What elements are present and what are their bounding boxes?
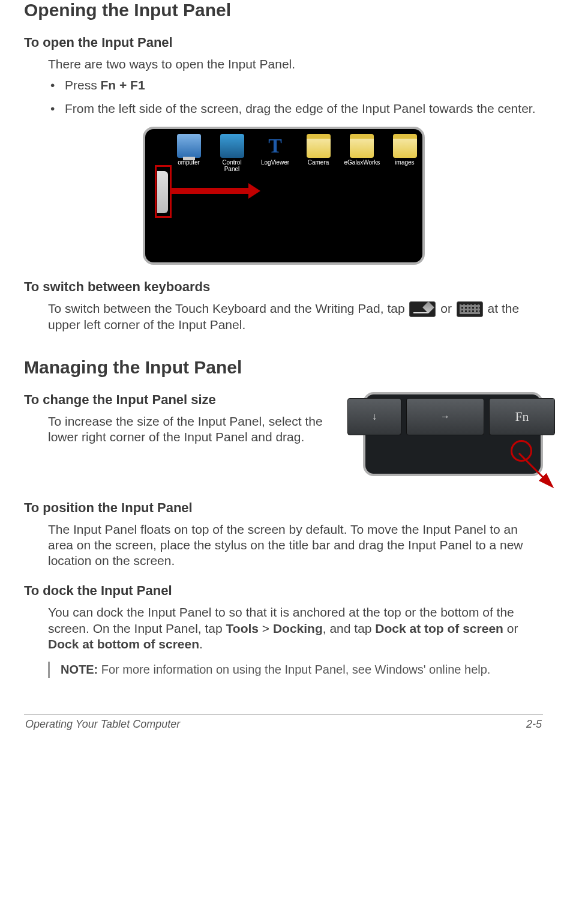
- desktop-icon-control-panel: Control Panel: [215, 134, 250, 172]
- arrow-diagonal-icon: [517, 451, 559, 495]
- desktop-icon-images: images: [388, 134, 422, 172]
- figure-drag-edge: omputer Control Panel TLogViewer Camera …: [143, 127, 425, 265]
- dock-seg3: , and tap: [323, 621, 376, 635]
- subheading-switch: To switch between keyboards: [24, 279, 543, 295]
- footer-left: Operating Your Tablet Computer: [25, 718, 180, 731]
- position-text: The Input Panel floats on top of the scr…: [48, 522, 543, 569]
- subheading-dock: To dock the Input Panel: [24, 583, 543, 599]
- note-block: NOTE: For more information on using the …: [48, 662, 543, 678]
- open-bullet-2-text: From the left side of the screen, drag t…: [65, 101, 535, 115]
- writing-pad-icon: [409, 301, 436, 317]
- key-fn: Fn: [489, 398, 555, 435]
- dock-b3: Dock at top of screen: [375, 621, 503, 635]
- switch-text: To switch between the Touch Keyboard and…: [48, 301, 543, 333]
- dock-seg5: .: [199, 637, 203, 651]
- switch-line-a: To switch between the Touch Keyboard and…: [48, 301, 408, 315]
- footer-rule: [24, 714, 543, 714]
- desktop-icon-egalaxworks: eGalaxWorks: [344, 134, 379, 172]
- dock-b4: Dock at bottom of screen: [48, 637, 199, 651]
- open-bullet-1: Press Fn + F1: [48, 77, 543, 94]
- dock-b1: Tools: [226, 621, 259, 635]
- footer-right: 2-5: [526, 718, 542, 731]
- switch-or: or: [437, 301, 455, 315]
- dock-text: You can dock the Input Panel to so that …: [48, 605, 543, 652]
- desktop-icon-computer: omputer: [172, 134, 206, 172]
- figure-resize-corner: ↓ → Fn: [363, 392, 543, 476]
- section-heading-managing: Managing the Input Panel: [24, 357, 543, 378]
- dock-b2: Docking: [273, 621, 323, 635]
- open-bullet-1-bold: Fn + F1: [101, 78, 145, 92]
- note-label: NOTE:: [61, 663, 98, 676]
- dock-seg4: or: [503, 621, 518, 635]
- size-text: To increase the size of the Input Panel,…: [48, 414, 360, 445]
- svg-line-0: [519, 453, 550, 485]
- section-heading-opening: Opening the Input Panel: [24, 0, 543, 20]
- open-bullet-2: From the left side of the screen, drag t…: [48, 100, 543, 117]
- open-bullet-list: Press Fn + F1 From the left side of the …: [48, 77, 543, 117]
- desktop-icon-logviewer: TLogViewer: [258, 134, 293, 172]
- note-text: For more information on using the Input …: [98, 663, 490, 676]
- subheading-position: To position the Input Panel: [24, 500, 543, 516]
- highlight-box-icon: [155, 165, 172, 218]
- dock-seg2: >: [259, 621, 273, 635]
- open-bullet-1-prefix: Press: [65, 78, 101, 92]
- keyboard-icon: [457, 301, 483, 317]
- desktop-icon-camera: Camera: [301, 134, 336, 172]
- key-right: →: [406, 398, 484, 435]
- key-down: ↓: [347, 398, 401, 435]
- open-intro: There are two ways to open the Input Pan…: [48, 56, 543, 72]
- arrow-right-icon: [172, 188, 250, 194]
- subheading-open: To open the Input Panel: [24, 35, 543, 50]
